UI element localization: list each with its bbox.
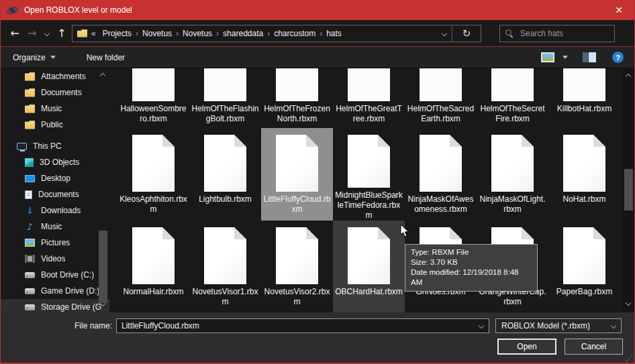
sidebar-item-videos[interactable]: Videos: [1, 251, 109, 267]
film-icon: [25, 255, 35, 263]
file-item[interactable]: HelmOfTheFlashingBolt.rbxm: [189, 68, 261, 128]
close-icon: ✕: [615, 5, 623, 15]
breadcrumb-item-hats[interactable]: hats: [322, 29, 346, 38]
scrollbar-thumb[interactable]: [624, 169, 633, 210]
sidebar-item-label: Attachments: [41, 72, 86, 81]
sidebar-scrollbar[interactable]: [97, 68, 109, 312]
close-button[interactable]: ✕: [603, 0, 634, 20]
sidebar-item-label: Public: [41, 120, 63, 129]
chevron-down-icon[interactable]: [563, 56, 568, 59]
file-icon: [420, 135, 462, 192]
file-type-value: ROBLOX Model (*.rbxm): [496, 321, 606, 330]
sidebar-item-pictures[interactable]: Pictures: [1, 235, 109, 251]
file-item[interactable]: NovetusVisor1.rbxm: [189, 221, 261, 313]
file-name: OBCHardHat.rbxm: [335, 287, 403, 297]
sidebar-item-storage-drive[interactable]: Storage Drive (G: [1, 299, 109, 312]
breadcrumb[interactable]: « Projects › Novetus › Novetus › sharedd…: [72, 25, 481, 42]
breadcrumb-item-novetus[interactable]: Novetus: [138, 29, 176, 38]
file-name: HalloweenSombrero.rbxm: [119, 104, 187, 124]
file-item[interactable]: PaperBag.rbxm: [548, 221, 620, 313]
music-note-icon: ♪: [25, 223, 35, 231]
sidebar-item-music[interactable]: Music: [1, 101, 109, 117]
file-list: HalloweenSombrero.rbxm HelmOfTheFlashing…: [109, 68, 634, 312]
file-type-dropdown-button[interactable]: [606, 324, 621, 328]
breadcrumb-item-novetus2[interactable]: Novetus: [179, 29, 216, 38]
file-item[interactable]: HelmOfTheSecretFire.rbxm: [477, 68, 548, 128]
new-folder-button[interactable]: New folder: [87, 53, 125, 62]
file-item[interactable]: HelmOfTheGreatTree.rbxm: [333, 68, 405, 128]
file-item[interactable]: NinjaMaskOfAwesomeness.rbxm: [405, 128, 477, 221]
sidebar-item-label: Music: [41, 222, 62, 231]
file-icon: [204, 227, 246, 284]
resize-grip[interactable]: ⋰: [626, 354, 633, 363]
file-item[interactable]: NinjaMaskOfLight.rbxm: [477, 128, 548, 221]
address-dropdown-button[interactable]: [437, 32, 452, 36]
sidebar-item-desktop[interactable]: Desktop: [1, 170, 109, 186]
forward-icon: →: [28, 27, 36, 40]
help-icon[interactable]: ?: [612, 52, 624, 63]
scroll-up-icon[interactable]: [100, 73, 105, 78]
open-button[interactable]: Open: [497, 339, 556, 355]
file-name: MidnightBlueSparkleTimeFedora.rbxm: [335, 190, 403, 221]
sidebar-item-label: Music: [41, 104, 62, 113]
search-box[interactable]: [499, 25, 615, 42]
file-list-scrollbar[interactable]: [623, 68, 634, 312]
sidebar-item-label: Game Drive (D:): [41, 286, 99, 296]
sidebar-item-this-pc[interactable]: This PC: [1, 138, 109, 154]
file-item[interactable]: HelmOfTheSacredEarth.rbxm: [405, 68, 477, 128]
search-input[interactable]: [519, 28, 609, 39]
file-item-selected[interactable]: LittleFluffyCloud.rbxm: [261, 128, 333, 221]
sidebar-item-music-pc[interactable]: ♪Music: [1, 219, 109, 235]
file-item[interactable]: KillbotHat.rbxm: [548, 68, 620, 128]
sidebar-scrollbar-thumb[interactable]: [99, 231, 107, 303]
sidebar-item-documents[interactable]: Documents: [1, 84, 109, 101]
file-item[interactable]: NormalHair.rbxm: [117, 221, 189, 313]
file-item[interactable]: HalloweenSombrero.rbxm: [117, 68, 189, 128]
file-name-dropdown-button[interactable]: [474, 324, 489, 328]
sidebar-item-game-drive[interactable]: Game Drive (D:): [1, 283, 109, 299]
file-item[interactable]: KleosAphthiton.rbxm: [117, 128, 189, 221]
chevron-down-icon: [442, 30, 447, 36]
back-button[interactable]: ←: [6, 25, 23, 42]
file-item[interactable]: HelmOfTheFrozenNorth.rbxm: [261, 68, 333, 128]
breadcrumb-item-charcustom[interactable]: charcustom: [270, 29, 320, 38]
scroll-down-icon[interactable]: [626, 300, 631, 306]
sidebar-item-3d-objects[interactable]: 3D Objects: [1, 154, 109, 170]
organize-button[interactable]: Organize: [13, 53, 56, 62]
file-tooltip: Type: RBXM File Size: 3.70 KB Date modif…: [405, 244, 538, 292]
navigation-bar: ← → ↑ « Projects › Novetus › Novetus › s…: [1, 20, 634, 47]
tooltip-date-modified: Date modified: 12/19/2018 8:48 AM: [411, 267, 532, 288]
sidebar-item-downloads[interactable]: ↓Downloads: [1, 202, 109, 219]
refresh-button[interactable]: ↻: [452, 27, 481, 40]
scroll-up-icon[interactable]: [626, 74, 631, 79]
file-name: PaperBag.rbxm: [556, 287, 612, 297]
file-item[interactable]: MidnightBlueSparkleTimeFedora.rbxm: [333, 128, 405, 221]
file-icon: [132, 135, 175, 192]
change-view-icon[interactable]: [541, 52, 554, 62]
forward-button[interactable]: →: [23, 25, 41, 42]
breadcrumb-item-shareddata[interactable]: shareddata: [219, 29, 267, 38]
file-item[interactable]: Lightbulb.rbxm: [189, 128, 261, 221]
sidebar-item-documents-pc[interactable]: Documents: [1, 186, 109, 202]
sidebar-item-attachments[interactable]: Attachments: [1, 68, 109, 84]
file-type-select[interactable]: ROBLOX Model (*.rbxm): [495, 318, 622, 333]
sidebar-item-boot-drive[interactable]: Boot Drive (C:): [1, 267, 109, 283]
file-item[interactable]: NoHat.rbxm: [548, 128, 620, 221]
recent-locations-button[interactable]: [41, 25, 53, 42]
file-name-combobox[interactable]: [116, 318, 489, 333]
sidebar-item-label: Boot Drive (C:): [41, 270, 94, 280]
up-button[interactable]: ↑: [53, 25, 70, 42]
file-icon: [563, 227, 605, 284]
file-item[interactable]: NovetusVisor2.rbxm: [261, 221, 333, 313]
file-name: KleosAphthiton.rbxm: [119, 194, 187, 215]
title-bar[interactable]: Open ROBLOX level or model ✕: [1, 0, 634, 20]
drive-icon: [25, 304, 35, 310]
organize-label: Organize: [13, 53, 46, 62]
preview-pane-icon[interactable]: [583, 52, 596, 62]
breadcrumb-overflow[interactable]: «: [91, 29, 96, 38]
breadcrumb-item-projects[interactable]: Projects: [99, 29, 136, 38]
cancel-button[interactable]: Cancel: [565, 339, 623, 355]
file-item-hovered[interactable]: OBCHardHat.rbxm: [333, 221, 405, 313]
sidebar-item-public[interactable]: Public: [1, 117, 109, 133]
file-name-input[interactable]: [117, 321, 474, 330]
